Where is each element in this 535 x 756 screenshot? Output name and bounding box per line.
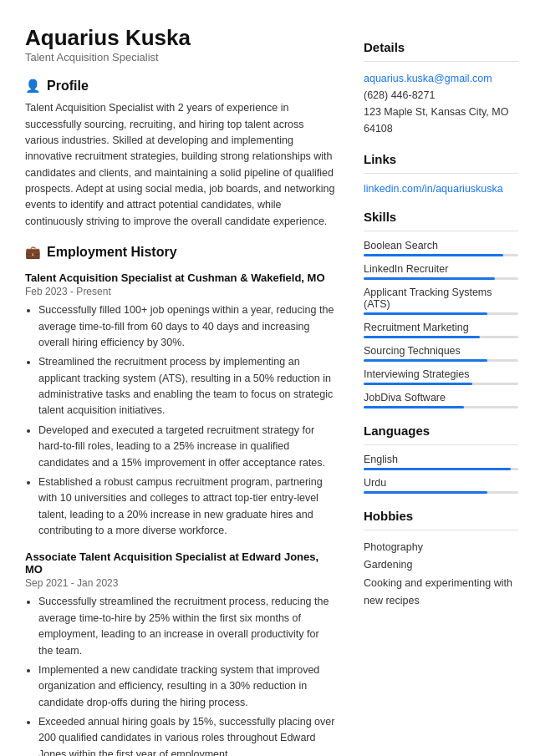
skill-item-6: JobDiva Software (364, 392, 518, 408)
skill-item-5: Interviewing Strategies (364, 368, 518, 385)
skill-name-3: Recruitment Marketing (364, 322, 518, 333)
links-heading: Links (364, 152, 518, 166)
job-2-dates: Sep 2021 - Jan 2023 (25, 577, 335, 589)
details-address: 123 Maple St, Kansas City, MO 64108 (364, 104, 518, 137)
employment-section-heading: 💼 Employment History (25, 245, 335, 260)
lang-bar-fill-0 (364, 468, 511, 470)
profile-icon: 👤 (25, 79, 41, 94)
skill-bar-fill-6 (364, 406, 464, 408)
job-1-bullet-4: Established a robust campus recruitment … (38, 474, 335, 540)
details-heading: Details (364, 40, 518, 54)
job-1-title: Talent Acquisition Specialist at Cushman… (25, 271, 335, 284)
skill-item-1: LinkedIn Recruiter (364, 263, 518, 280)
skill-bar-bg-0 (364, 254, 518, 256)
skill-bar-bg-2 (364, 312, 518, 315)
hobbies-list: PhotographyGardeningCooking and experime… (364, 539, 518, 610)
skill-bar-bg-5 (364, 383, 518, 385)
profile-text: Talent Acquisition Specialist with 2 yea… (25, 100, 335, 230)
lang-bar-bg-1 (364, 491, 518, 494)
details-phone: (628) 446-8271 (364, 87, 518, 104)
hobby-item-1: Gardening (364, 556, 518, 574)
job-1-bullet-1: Successfully filled 100+ job openings wi… (38, 302, 335, 351)
hobby-item-2: Cooking and experimenting with new recip… (364, 575, 518, 611)
skill-bar-bg-4 (364, 359, 518, 362)
skill-bar-fill-2 (364, 312, 487, 315)
lang-bar-fill-1 (364, 491, 487, 494)
job-2-bullet-1: Successfully streamlined the recruitment… (38, 594, 335, 659)
hobby-item-0: Photography (364, 539, 518, 556)
job-1-bullets: Successfully filled 100+ job openings wi… (25, 302, 335, 539)
hobbies-heading: Hobbies (364, 509, 518, 523)
skill-name-5: Interviewing Strategies (364, 368, 518, 380)
job-title-header: Talent Acquisition Specialist (25, 51, 335, 63)
skill-name-1: LinkedIn Recruiter (364, 263, 518, 275)
skill-bar-fill-5 (364, 383, 472, 385)
lang-item-0: English (364, 454, 518, 470)
job-2: Associate Talent Acquisition Specialist … (25, 551, 335, 756)
profile-heading-label: Profile (47, 79, 89, 94)
skill-name-6: JobDiva Software (364, 392, 518, 403)
skill-bar-fill-3 (364, 336, 480, 338)
lang-bar-bg-0 (364, 468, 518, 470)
hobbies-divider (364, 530, 518, 530)
job-2-bullet-3: Exceeded annual hiring goals by 15%, suc… (38, 714, 335, 756)
profile-section-heading: 👤 Profile (25, 79, 335, 94)
employment-heading-label: Employment History (47, 245, 177, 260)
job-1-bullet-3: Developed and executed a targeted recrui… (38, 423, 335, 471)
lang-item-1: Urdu (364, 477, 518, 494)
job-1: Talent Acquisition Specialist at Cushman… (25, 271, 335, 539)
linkedin-link[interactable]: linkedin.com/in/aquariuskuska (364, 183, 503, 195)
skills-divider (364, 231, 518, 231)
skill-bar-fill-0 (364, 254, 503, 256)
job-1-bullet-2: Streamlined the recruitment process by i… (38, 354, 335, 419)
skill-name-4: Sourcing Techniques (364, 345, 518, 357)
employment-icon: 💼 (25, 245, 41, 260)
skill-bar-fill-1 (364, 277, 495, 280)
skill-item-4: Sourcing Techniques (364, 345, 518, 362)
links-divider (364, 173, 518, 174)
skill-bar-fill-4 (364, 359, 487, 362)
skill-item-0: Boolean Search (364, 240, 518, 256)
skill-name-0: Boolean Search (364, 240, 518, 251)
job-1-dates: Feb 2023 - Present (25, 286, 335, 297)
skills-list: Boolean Search LinkedIn Recruiter Applic… (364, 240, 518, 408)
languages-list: English Urdu (364, 454, 518, 494)
right-column: Details aquarius.kuska@gmail.com (628) 4… (355, 25, 518, 756)
skills-heading: Skills (364, 210, 518, 224)
left-column: Aquarius Kuska Talent Acquisition Specia… (25, 25, 355, 756)
languages-divider (364, 444, 518, 445)
details-email-wrapper: aquarius.kuska@gmail.com (364, 70, 518, 87)
job-2-bullets: Successfully streamlined the recruitment… (25, 594, 335, 756)
skill-item-3: Recruitment Marketing (364, 322, 518, 338)
skill-bar-bg-1 (364, 277, 518, 280)
job-2-bullet-2: Implemented a new candidate tracking sys… (38, 662, 335, 711)
name: Aquarius Kuska (25, 25, 335, 51)
skill-bar-bg-6 (364, 406, 518, 408)
skill-name-2: Applicant Tracking Systems (ATS) (364, 287, 518, 310)
lang-name-1: Urdu (364, 477, 518, 489)
languages-heading: Languages (364, 424, 518, 438)
skill-bar-bg-3 (364, 336, 518, 338)
details-email[interactable]: aquarius.kuska@gmail.com (364, 73, 492, 84)
lang-name-0: English (364, 454, 518, 465)
job-2-title: Associate Talent Acquisition Specialist … (25, 551, 335, 576)
details-divider (364, 61, 518, 62)
skill-item-2: Applicant Tracking Systems (ATS) (364, 287, 518, 315)
